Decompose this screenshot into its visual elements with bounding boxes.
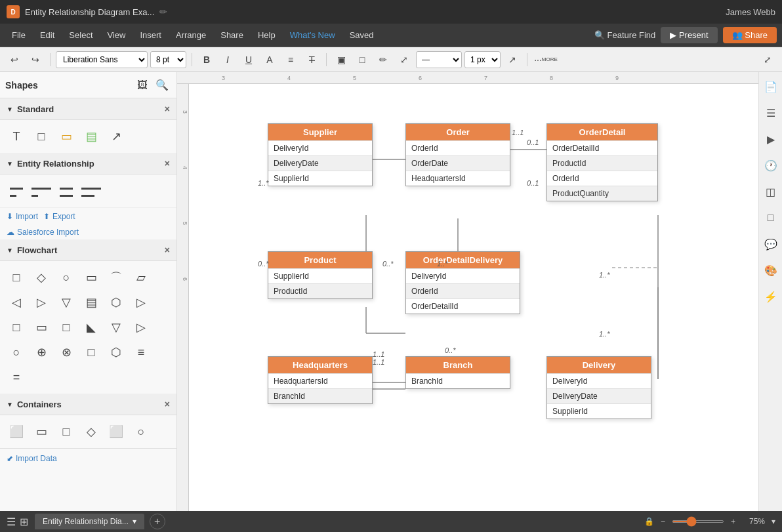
cont-diamond[interactable]: ◇ <box>80 420 102 443</box>
italic-button[interactable]: I <box>218 51 237 69</box>
strike-button[interactable]: T̶ <box>302 51 321 69</box>
er-table-1[interactable]: ▬▬▬ <box>5 180 28 202</box>
fc-plus[interactable]: ⊕ <box>30 341 52 363</box>
more-button[interactable]: ···MORE <box>533 51 559 69</box>
cont-square[interactable]: □ <box>55 420 77 443</box>
menu-share[interactable]: Share <box>214 28 250 43</box>
fc-triangle-l[interactable]: ◁ <box>5 291 28 314</box>
waypoint-button[interactable]: ↗ <box>503 51 522 69</box>
edit-title-icon[interactable]: ✏ <box>159 7 167 17</box>
import-data-button[interactable]: ⬋ Import Data <box>7 454 57 463</box>
note-shape[interactable]: ▭ <box>55 125 77 148</box>
fc-arrow-r[interactable]: ▷ <box>130 291 152 314</box>
fc-triangle-r[interactable]: ▷ <box>30 291 52 314</box>
entity-order[interactable]: Order OrderId OrderDate HeadquartersId <box>405 123 510 186</box>
text-shape[interactable]: T <box>5 125 28 148</box>
colored-rect-shape[interactable]: ▤ <box>80 125 102 148</box>
tab-list-button[interactable]: ☰ <box>7 516 16 528</box>
fc-rect[interactable]: □ <box>5 266 28 289</box>
right-panel-chat-icon[interactable]: 💬 <box>762 235 780 253</box>
fc-rect2[interactable]: □ <box>5 316 28 338</box>
cont-rounded[interactable]: ⬜ <box>105 420 127 443</box>
fc-pentagon[interactable]: ⬡ <box>105 341 127 363</box>
font-color-button[interactable]: A <box>260 51 279 69</box>
entity-product[interactable]: Product SupplierId ProductId <box>268 251 373 299</box>
right-panel-layers-icon[interactable]: ◫ <box>762 182 780 201</box>
menu-select[interactable]: Select <box>62 28 99 43</box>
fc-table[interactable]: ▤ <box>80 291 102 314</box>
fc-trapezoid[interactable]: ⌒ <box>105 266 127 289</box>
undo-button[interactable]: ↩ <box>5 51 24 69</box>
line-select[interactable]: — <box>416 51 462 68</box>
line-width-select[interactable]: 1 px <box>464 51 501 68</box>
fc-triangle-d[interactable]: ▽ <box>55 291 77 314</box>
entity-orderdetail[interactable]: OrderDetail OrderDetailId ProductId Orde… <box>546 123 658 201</box>
fill-button[interactable]: ▣ <box>332 51 350 69</box>
fc-rounded[interactable]: ○ <box>55 266 77 289</box>
rect-shape[interactable]: □ <box>30 125 52 148</box>
flowchart-section-header[interactable]: ▼ Flowchart × <box>0 239 176 261</box>
containers-close-icon[interactable]: × <box>165 399 170 409</box>
fc-triangle-r2[interactable]: ▷ <box>130 316 152 338</box>
entity-delivery[interactable]: Delivery DeliveryId DeliveryDate Supplie… <box>546 356 651 419</box>
menu-edit[interactable]: Edit <box>33 28 61 43</box>
cont-ellipse[interactable]: ○ <box>130 420 152 443</box>
er-table-3[interactable]: ▬▬▬▬ <box>55 180 77 202</box>
zoom-out-button[interactable]: − <box>661 517 665 526</box>
er-section-header[interactable]: ▼ Entity Relationship × <box>0 153 176 174</box>
diagram-canvas[interactable]: Supplier DeliveryId DeliveryDate Supplie… <box>189 84 758 511</box>
fc-hexagon[interactable]: ⬡ <box>105 291 127 314</box>
flowchart-close-icon[interactable]: × <box>165 245 170 255</box>
menu-insert[interactable]: Insert <box>133 28 168 43</box>
font-size-select[interactable]: 8 pt <box>150 51 186 68</box>
present-button[interactable]: ▶ Present <box>661 27 717 43</box>
standard-section-header[interactable]: ▼ Standard × <box>0 98 176 120</box>
fc-parallelogram[interactable]: ▱ <box>130 266 152 289</box>
fc-diamond[interactable]: ◇ <box>30 266 52 289</box>
fc-circle[interactable]: ○ <box>5 341 28 363</box>
font-family-select[interactable]: Liberation Sans <box>56 51 148 68</box>
entity-orderdetaildelivery[interactable]: OrderDetailDelivery DeliveryId OrderId O… <box>405 251 520 314</box>
align-button[interactable]: ≡ <box>281 51 300 69</box>
menu-arrange[interactable]: Arrange <box>169 28 213 43</box>
cont-cylinder[interactable]: ⬜ <box>5 420 28 443</box>
zoom-slider[interactable] <box>672 520 724 523</box>
menu-view[interactable]: View <box>101 28 133 43</box>
add-tab-button[interactable]: + <box>150 514 165 529</box>
fc-rect3[interactable]: ▭ <box>30 316 52 338</box>
salesforce-import-button[interactable]: ☁ Salesforce Import <box>7 228 79 237</box>
fc-lines[interactable]: ≡ <box>130 341 152 363</box>
cont-rect[interactable]: ▭ <box>30 420 52 443</box>
fullscreen-button[interactable]: ⤢ <box>758 51 777 69</box>
feature-find[interactable]: 🔍 Feature Find <box>594 30 656 40</box>
fc-process[interactable]: ▭ <box>80 266 102 289</box>
import-button[interactable]: ⬇ Import <box>7 212 38 221</box>
zoom-in-button[interactable]: + <box>731 517 735 526</box>
fc-triangle-d2[interactable]: ▽ <box>105 316 127 338</box>
right-panel-style-icon[interactable]: 🎨 <box>762 261 780 279</box>
fc-square[interactable]: □ <box>80 341 102 363</box>
tab-grid-button[interactable]: ⊞ <box>20 516 28 528</box>
er-close-icon[interactable]: × <box>165 158 170 169</box>
search-icon[interactable]: 🔍 <box>153 76 171 94</box>
line-style-button[interactable]: ✏ <box>374 51 392 69</box>
arrow-shape[interactable]: ↗ <box>105 125 127 148</box>
bold-button[interactable]: B <box>197 51 216 69</box>
er-table-2[interactable]: ▬▬▬▬ <box>30 180 52 202</box>
standard-close-icon[interactable]: × <box>165 104 170 114</box>
fc-x[interactable]: ⊗ <box>55 341 77 363</box>
entity-headquarters[interactable]: Headquarters HeadquartersId BranchId <box>268 356 373 404</box>
stroke-button[interactable]: □ <box>353 51 371 69</box>
right-panel-extra-icon[interactable]: ⚡ <box>762 287 780 306</box>
right-panel-clock-icon[interactable]: 🕐 <box>762 156 780 174</box>
entity-supplier[interactable]: Supplier DeliveryId DeliveryDate Supplie… <box>268 123 373 186</box>
redo-button[interactable]: ↪ <box>26 51 45 69</box>
containers-section-header[interactable]: ▼ Containers × <box>0 394 176 415</box>
tab-er-diagram[interactable]: Entity Relationship Dia... ▾ <box>35 514 144 529</box>
fc-corner[interactable]: ◣ <box>80 316 102 338</box>
menu-file[interactable]: File <box>5 28 32 43</box>
right-panel-format-icon[interactable]: □ <box>762 209 780 227</box>
zoom-dropdown-icon[interactable]: ▾ <box>772 517 775 526</box>
er-table-4[interactable]: ▬▬▬▬▬ <box>80 180 102 202</box>
menu-whats-new[interactable]: What's New <box>283 28 342 43</box>
